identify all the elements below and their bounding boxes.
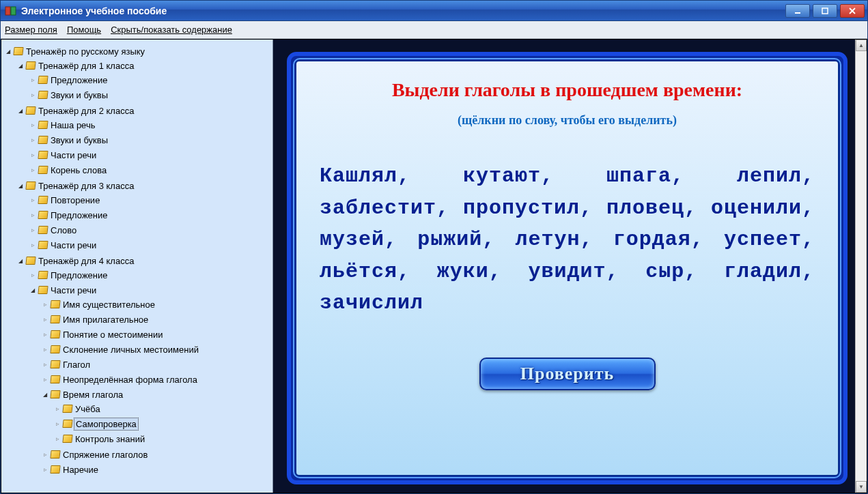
tree-expander-icon[interactable]: ◢ [16,106,25,115]
menubar: Размер поля Помощь Скрыть/показать содер… [1,21,867,39]
book-icon [51,375,60,383]
book-icon [38,121,48,129]
exercise-card-inner: Выдели глаголы в прошедшем времени: (щёл… [295,60,839,476]
tree-item[interactable]: Звуки и буквы [49,89,109,101]
book-icon [38,196,48,204]
tree-item[interactable]: Наша речь [49,119,96,131]
scroll-track[interactable] [856,51,867,481]
exercise-word[interactable]: рыжий [417,228,482,251]
book-icon [63,420,72,428]
tree-leaf-icon: ▹ [41,345,49,353]
exercise-word[interactable]: гладил [724,260,802,283]
tree-item[interactable]: Предложение [49,270,109,281]
exercise-word[interactable]: сыр [645,260,684,283]
tree-item[interactable]: Понятие о местоимении [61,329,165,340]
tree-item[interactable]: Имя прилагательное [61,314,150,325]
maximize-button[interactable] [813,4,837,18]
exercise-word[interactable]: шпага [606,164,671,188]
menu-help[interactable]: Помощь [67,25,101,35]
tree-item[interactable]: Повторение [49,194,101,206]
tree-leaf-icon: ▹ [29,76,37,84]
tree-item[interactable]: Самопроверка [74,418,139,431]
tree-item[interactable]: Части речи [49,239,98,251]
tree-item[interactable]: Наречие [61,464,100,476]
exercise-word[interactable]: пропустил [463,197,580,220]
nav-tree[interactable]: ◢Тренажёр по русскому языку◢Тренажёр для… [4,44,272,479]
tree-item[interactable]: Части речи [49,149,98,161]
book-icon [38,76,48,84]
book-icon [51,390,60,398]
tree-item[interactable]: Предложение [49,209,109,221]
tree-leaf-icon: ▹ [53,405,61,413]
tree-leaf-icon: ▹ [29,166,37,174]
exercise-word[interactable]: лепил [737,164,802,188]
tree-item[interactable]: Учёба [74,403,102,415]
tree-item[interactable]: Время глагола [61,389,124,401]
check-button[interactable]: Проверить [479,358,656,390]
tree-item[interactable]: Спряжение глаголов [61,449,149,461]
exercise-word[interactable]: заблестит [320,197,436,220]
titlebar[interactable]: Электронное учебное пособие [1,1,867,21]
exercise-word[interactable]: зачислил [320,291,423,315]
tree-leaf-icon: ▹ [53,420,61,428]
book-icon [38,211,48,219]
exercise-word[interactable]: жуки [437,260,489,283]
tree-item[interactable]: Контроль знаний [74,433,146,445]
tree-item[interactable]: Звуки и буквы [49,134,109,146]
tree-pane[interactable]: ◢Тренажёр по русскому языку◢Тренажёр для… [1,40,273,493]
svg-rect-3 [822,8,828,14]
book-icon [51,300,60,308]
tree-item[interactable]: Корень слова [49,164,108,176]
tree-expander-icon[interactable]: ◢ [29,286,37,294]
book-icon [51,345,60,353]
content-scrollbar[interactable]: ▲ ▼ [855,40,867,493]
tree-expander-icon[interactable]: ◢ [4,47,12,55]
tree-item[interactable]: Части речи [49,285,98,296]
tree-item[interactable]: Глагол [61,359,92,370]
tree-item[interactable]: Предложение [49,74,109,86]
tree-expander-icon[interactable]: ◢ [41,390,49,398]
exercise-word[interactable]: успеет [724,228,802,251]
tree-item[interactable]: Тренажёр для 2 класса [37,105,135,117]
exercise-word[interactable]: оценили [711,197,802,220]
exercise-word[interactable]: летун [515,228,580,251]
tree-item[interactable]: Тренажёр для 3 класса [37,180,135,192]
book-icon [51,360,60,368]
scroll-up-button[interactable]: ▲ [856,40,867,51]
minimize-button[interactable] [785,4,810,18]
tree-item[interactable]: Неопределённая форма глагола [61,374,199,386]
menu-size[interactable]: Размер поля [5,25,57,35]
app-icon [5,5,17,17]
close-button[interactable] [840,4,865,18]
book-icon [26,106,36,115]
exercise-word[interactable]: льётся [320,260,397,283]
tree-expander-icon[interactable]: ◢ [16,257,25,265]
tree-leaf-icon: ▹ [53,435,61,443]
tree-item[interactable]: Тренажёр для 1 класса [37,60,135,72]
tree-item[interactable]: Слово [49,224,78,236]
exercise-word[interactable]: музей [320,228,384,251]
tree-item[interactable]: Имя существительное [61,299,156,310]
book-icon [51,330,60,338]
tree-expander-icon[interactable]: ◢ [16,181,25,190]
exercise-hint: (щёлкни по слову, чтобы его выделить) [458,113,677,128]
tree-item[interactable]: Тренажёр по русскому языку [25,46,146,57]
window-title: Электронное учебное пособие [21,5,785,16]
exercise-word[interactable]: гордая [613,228,691,251]
book-icon [38,136,48,144]
exercise-word[interactable]: Кашлял [320,164,397,188]
scroll-down-button[interactable]: ▼ [856,481,867,493]
book-icon [51,465,60,474]
exercise-word[interactable]: кутают [463,164,541,188]
exercise-word[interactable]: увидит [528,260,606,283]
tree-expander-icon[interactable]: ◢ [16,61,25,70]
book-icon [26,61,36,70]
tree-item[interactable]: Склонение личных местоимений [61,344,200,355]
exercise-word[interactable]: пловец [606,197,684,220]
exercise-words: Кашлял, кутают, шпага, лепил, заблестит,… [320,160,815,319]
menu-toggle[interactable]: Скрыть/показать содержание [111,25,232,35]
tree-item[interactable]: Тренажёр для 4 класса [37,255,135,267]
book-icon [38,271,48,279]
book-icon [63,405,72,413]
tree-leaf-icon: ▹ [29,91,37,99]
